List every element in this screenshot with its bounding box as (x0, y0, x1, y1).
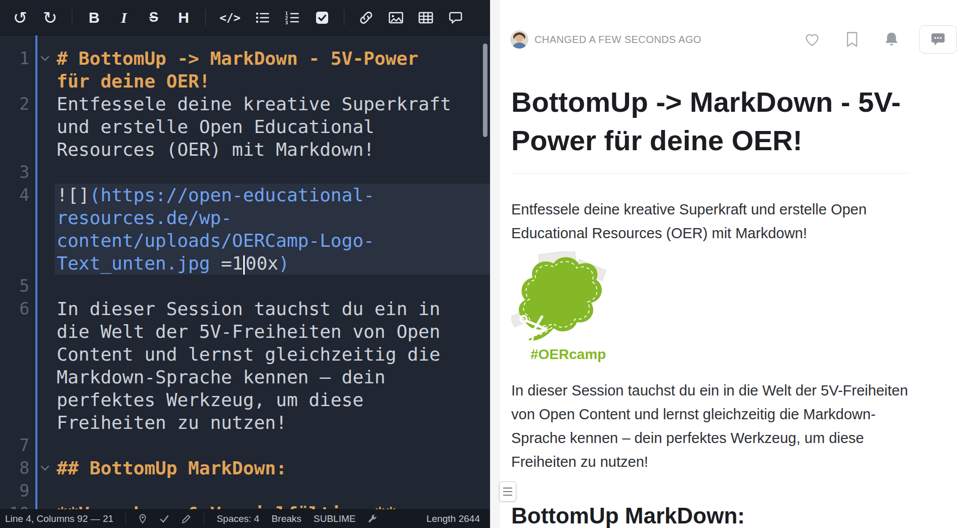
spaces-setting[interactable]: Spaces: 4 (216, 513, 259, 524)
logo-caption: #OERcamp (530, 346, 606, 362)
preview-pane: CHANGED A FEW SECONDS AGO BottomUp -> Ma… (500, 0, 980, 528)
editor-line[interactable]: 5 (0, 275, 490, 297)
image-syntax: ![] (57, 185, 90, 205)
breaks-setting[interactable]: Breaks (272, 513, 301, 524)
table-button[interactable] (418, 7, 434, 29)
cursor-position: Line 4, Columns 92 — 21 (5, 513, 113, 524)
code-block-button[interactable]: </> (219, 7, 241, 29)
line-number: 4 (0, 184, 35, 275)
italic-button[interactable]: I (116, 7, 132, 29)
image-button[interactable] (388, 7, 404, 29)
fold-chevron-icon[interactable] (35, 47, 55, 93)
code-text: Entfessele deine kreative Superkraft und… (55, 93, 490, 161)
split-grip-handle[interactable] (499, 481, 516, 502)
line-number: 9 (0, 479, 35, 502)
comment-button[interactable] (448, 7, 464, 29)
checklist-icon (315, 10, 330, 25)
code-text: # BottomUp -> MarkDown - 5V-Power für de… (55, 47, 490, 93)
heading-button[interactable]: H (175, 7, 192, 29)
redo-button[interactable]: ↻ (42, 7, 58, 29)
editor-scrollbar[interactable] (483, 43, 487, 137)
check-icon[interactable] (159, 514, 169, 523)
line-number: 7 (0, 434, 35, 457)
code-text (55, 479, 490, 502)
code-text: In dieser Session tauchst du ein in die … (55, 297, 490, 434)
fold-chevron-icon[interactable] (35, 457, 55, 479)
split-divider[interactable] (490, 0, 500, 528)
line-number: 1 (0, 47, 35, 93)
speech-bubble-icon (930, 32, 946, 47)
comments-panel-button[interactable] (919, 25, 957, 54)
editor-line[interactable]: 2 Entfessele deine kreative Superkraft u… (0, 93, 490, 161)
bold-button[interactable]: B (86, 7, 102, 29)
last-changed-text: CHANGED A FEW SECONDS AGO (534, 34, 701, 46)
editor-pane: ↺ ↻ B I S H </> (0, 0, 490, 528)
intro-paragraph: Entfessele deine kreative Superkraft und… (511, 198, 909, 245)
bullet-list-button[interactable] (254, 7, 271, 29)
link-button[interactable] (358, 7, 374, 29)
preview-header: CHANGED A FEW SECONDS AGO (500, 0, 980, 54)
editor-line[interactable]: 8 ## BottomUp MarkDown: (0, 457, 490, 479)
line-number: 2 (0, 93, 35, 161)
comment-icon (448, 10, 464, 26)
doc-title-heading: BottomUp -> MarkDown - 5V-Power für dein… (511, 83, 909, 173)
notifications-bell-button[interactable] (884, 31, 899, 48)
line-number: 8 (0, 457, 35, 479)
gutter-rule (35, 35, 37, 509)
line-number: 6 (0, 297, 35, 434)
keymap-setting[interactable]: SUBLIME (314, 513, 355, 524)
link-icon (358, 10, 374, 26)
editor-line[interactable]: 1 # BottomUp -> MarkDown - 5V-Power für … (0, 47, 490, 93)
code-text (55, 434, 490, 457)
bold-icon: B (88, 9, 100, 26)
like-button[interactable] (804, 32, 820, 47)
toolbar-separator (205, 10, 206, 26)
heading-icon: H (178, 9, 189, 26)
strikethrough-icon: S (149, 10, 158, 25)
editor-toolbar: ↺ ↻ B I S H </> (0, 0, 490, 35)
editor-line[interactable]: 7 (0, 434, 490, 457)
redo-icon: ↻ (43, 9, 58, 26)
line-number: 5 (0, 275, 35, 297)
undo-icon: ↺ (13, 9, 28, 26)
line-number: 3 (0, 161, 35, 184)
table-icon (418, 10, 434, 26)
line-number: 10 (0, 502, 35, 509)
rendered-markdown: BottomUp -> MarkDown - 5V-Power für dein… (500, 83, 980, 528)
toolbar-separator (72, 10, 72, 26)
session-paragraph: In dieser Session tauchst du ein in die … (511, 379, 909, 474)
oercamp-logo-image: #OERcamp (511, 251, 909, 365)
code-text (55, 275, 490, 297)
flame-shape (519, 257, 602, 341)
bullet-list-icon (255, 10, 270, 25)
markdown-app: ↺ ↻ B I S H </> (0, 0, 980, 528)
svg-text:3: 3 (285, 20, 288, 25)
code-text: ## BottomUp MarkDown: (55, 457, 490, 479)
code-icon: </> (219, 11, 241, 24)
editor-statusbar: Line 4, Columns 92 — 21 Spaces: 4 Breaks… (0, 509, 490, 528)
editor-line[interactable]: 10 **Verwahren & Vervielfältigen** (0, 502, 490, 509)
code-text (55, 161, 490, 184)
avatar[interactable] (510, 30, 528, 49)
editor-line[interactable]: 9 (0, 479, 490, 502)
pin-icon[interactable] (138, 514, 147, 524)
markdown-source-editor[interactable]: 1 # BottomUp -> MarkDown - 5V-Power für … (0, 35, 490, 509)
pencil-icon[interactable] (182, 514, 192, 524)
checklist-button[interactable] (314, 7, 330, 29)
bookmark-button[interactable] (845, 31, 859, 48)
section-heading: BottomUp MarkDown: (511, 503, 909, 528)
toolbar-separator (344, 10, 344, 26)
wrench-icon[interactable] (368, 514, 378, 524)
strikethrough-button[interactable]: S (146, 7, 162, 29)
editor-line-active[interactable]: 4 ![](https://open-educational-resources… (0, 184, 490, 275)
editor-line[interactable]: 6 In dieser Session tauchst du ein in di… (0, 297, 490, 434)
editor-line[interactable]: 3 (0, 161, 490, 184)
undo-button[interactable]: ↺ (12, 7, 28, 29)
ordered-list-icon: 123 (285, 10, 300, 25)
italic-icon: I (121, 9, 127, 26)
code-text: **Verwahren & Vervielfältigen** (55, 502, 490, 509)
ordered-list-button[interactable]: 123 (284, 7, 300, 29)
image-icon (388, 10, 404, 26)
code-text: ![](https://open-educational-resources.d… (55, 184, 490, 275)
doc-length: Length 2644 (426, 513, 480, 524)
